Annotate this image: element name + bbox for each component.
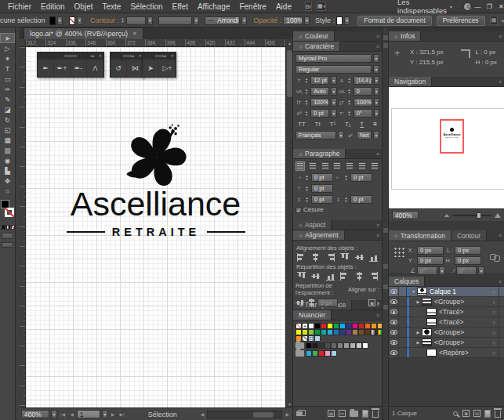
tab-couleur[interactable]: ≎Couleur xyxy=(293,31,335,41)
leading-dropdown-icon[interactable]: ▼ xyxy=(374,76,379,85)
menu-item[interactable]: Texte xyxy=(98,0,126,13)
baseline-dropdown-icon[interactable]: ▼ xyxy=(331,109,336,118)
close-button[interactable]: ✕ xyxy=(495,0,504,13)
swatch[interactable] xyxy=(371,323,377,329)
opacity-link[interactable]: Opacité : xyxy=(253,16,281,24)
v-scale-stepper[interactable]: ▲▼ xyxy=(347,98,352,107)
lock-cell[interactable] xyxy=(399,297,407,306)
type-style-button[interactable]: T xyxy=(373,121,377,128)
tab-aspect[interactable]: ≎Aspect xyxy=(293,220,332,230)
close-tab-icon[interactable]: ✕ xyxy=(132,31,137,37)
h-scale-field[interactable]: 100% xyxy=(310,98,329,107)
paragraph-align-button[interactable] xyxy=(345,161,354,171)
panel-menu-icon[interactable]: ≡ xyxy=(499,277,504,286)
stroke-color-swatch[interactable] xyxy=(69,16,75,25)
dist-right-icon[interactable] xyxy=(369,272,378,281)
layer-thumbnail[interactable] xyxy=(426,318,437,326)
tab-alignement[interactable]: ≎Alignement xyxy=(293,230,345,240)
zoom-dropdown-icon[interactable]: ▼ xyxy=(51,410,57,418)
vertical-scroll-thumb[interactable] xyxy=(287,50,292,97)
selection-column[interactable] xyxy=(499,328,504,337)
zoom-tool[interactable]: ○ xyxy=(0,186,15,196)
swatch[interactable] xyxy=(302,329,308,335)
swatch[interactable] xyxy=(327,329,333,335)
layer-name[interactable]: Calque 1 xyxy=(430,288,489,295)
kerning-dropdown-icon[interactable]: ▼ xyxy=(331,87,336,96)
align-left-icon[interactable] xyxy=(297,253,306,262)
arrange-documents-icon[interactable]: ▦▾ xyxy=(317,2,326,11)
tab-transformation[interactable]: ≎Transformation xyxy=(389,230,451,241)
paragraph-align-button[interactable] xyxy=(296,161,305,171)
visibility-cell[interactable] xyxy=(389,338,399,347)
brush-field[interactable]: —Arrondi 3 pt xyxy=(205,16,241,25)
panel-menu-icon[interactable]: ≡ xyxy=(376,149,382,158)
h-scale-dropdown-icon[interactable]: ▼ xyxy=(331,98,336,107)
target-circle-icon[interactable]: ○ xyxy=(489,320,499,325)
zoom-slider[interactable] xyxy=(452,215,491,216)
swatch[interactable] xyxy=(352,329,358,335)
swatch-options-icon[interactable]: ≔ xyxy=(339,410,346,417)
opacity-field[interactable]: 100% xyxy=(283,16,303,25)
swatch[interactable] xyxy=(296,323,302,329)
dist-bottom-icon[interactable] xyxy=(326,272,335,281)
tab-contour[interactable]: Contour xyxy=(451,230,487,241)
swatch[interactable] xyxy=(343,342,350,349)
new-swatch-icon[interactable] xyxy=(362,410,368,418)
constrain-proportions-icon[interactable] xyxy=(490,254,500,261)
language-field[interactable]: Français xyxy=(296,131,336,139)
zoom-level-field[interactable]: 400% xyxy=(21,410,49,418)
font-size-field[interactable]: 12 pt xyxy=(310,76,329,85)
navigation-zoom-field[interactable]: 400% xyxy=(392,211,419,219)
swatch[interactable] xyxy=(306,342,312,349)
swatch[interactable] xyxy=(314,323,321,329)
style-dropdown-icon[interactable]: ▼ xyxy=(344,16,350,25)
gradient-mode-button[interactable] xyxy=(6,225,10,230)
space-before-stepper[interactable]: ▲▼ xyxy=(304,195,310,204)
paintbrush-tool[interactable]: ✑ xyxy=(0,84,15,94)
stroke-weight-link[interactable]: Contour : xyxy=(90,16,119,24)
swatch[interactable] xyxy=(346,329,352,335)
swatch[interactable] xyxy=(327,323,333,329)
preferences-button[interactable]: Préférences xyxy=(437,16,485,26)
collapse-icon[interactable]: ◂◂ xyxy=(130,53,134,58)
magic-wand-tool[interactable]: ✶ xyxy=(0,53,15,63)
screen-mode-button[interactable] xyxy=(2,242,13,248)
style-swatch[interactable] xyxy=(336,16,343,25)
tf-x-field[interactable]: 0 px xyxy=(417,246,444,255)
layer-row[interactable]: <Tracé>○ xyxy=(389,307,504,317)
swatch[interactable] xyxy=(318,342,325,349)
stroke-dropdown-icon[interactable]: ▼ xyxy=(77,16,82,25)
lock-cell[interactable] xyxy=(399,328,407,337)
artboard-dropdown-icon[interactable]: ▼ xyxy=(102,410,108,418)
fill-dropdown-icon[interactable]: ▼ xyxy=(57,16,63,25)
rotate-tool[interactable]: ↻ xyxy=(0,114,15,125)
bridge-icon[interactable]: Br xyxy=(305,2,312,11)
target-circle-icon[interactable]: ○ xyxy=(489,299,499,305)
antialias-field[interactable]: Net xyxy=(357,131,372,139)
menu-item[interactable]: Objet xyxy=(70,0,98,13)
selection-column[interactable] xyxy=(499,287,504,296)
swatch[interactable] xyxy=(364,323,371,329)
layer-name[interactable]: <Groupe> xyxy=(434,328,489,336)
layer-row[interactable]: ▶<Groupe>○ xyxy=(389,328,504,338)
tracking-field[interactable]: 0 xyxy=(354,87,372,96)
delete-anchor-point-icon[interactable]: ✒- xyxy=(71,60,87,77)
collapsed-panel-icon[interactable] xyxy=(383,43,388,48)
swatch[interactable] xyxy=(339,323,346,329)
swatch[interactable] xyxy=(308,323,314,329)
paragraph-align-button[interactable] xyxy=(332,161,342,171)
new-layer-icon[interactable] xyxy=(484,410,491,418)
lock-cell[interactable] xyxy=(399,287,407,296)
eye-icon[interactable] xyxy=(390,330,397,335)
layer-row[interactable]: <Tracé>○ xyxy=(389,317,504,328)
reference-point-grid-icon[interactable] xyxy=(393,246,405,257)
leading-stepper[interactable]: ▲▼ xyxy=(347,76,352,85)
swatch-kinds-icon[interactable]: ▤ xyxy=(328,410,335,417)
indent-right-stepper[interactable]: ▲▼ xyxy=(343,173,349,182)
width-profile-dropdown-icon[interactable]: ▼ xyxy=(194,16,199,25)
swatch[interactable] xyxy=(314,335,321,342)
next-artboard-button[interactable]: ▶ xyxy=(110,411,117,417)
layer-thumbnail[interactable] xyxy=(426,349,437,357)
swatch[interactable] xyxy=(296,329,302,335)
search-input[interactable] xyxy=(463,2,472,11)
